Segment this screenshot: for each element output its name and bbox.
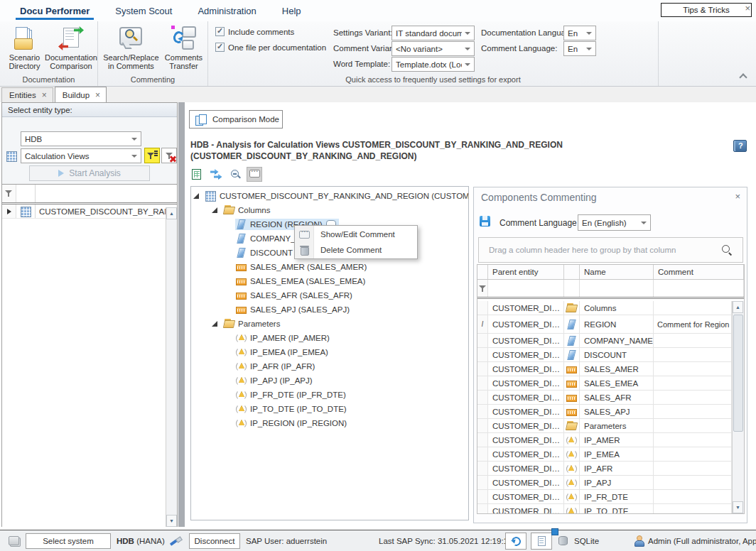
tab-close-icon[interactable]: × [42, 92, 47, 99]
comment-language-combo[interactable]: En (English) [578, 214, 651, 231]
scroll-down-icon[interactable]: ▼ [733, 501, 743, 513]
transfer-comments-button[interactable] [208, 167, 224, 182]
tips-tricks-button[interactable]: Tips & Tricks [661, 3, 752, 17]
settings-variant-combo[interactable]: IT standard document... [392, 26, 475, 40]
document-tab[interactable]: Entities × [1, 87, 53, 102]
comment-grid-row[interactable]: I CUSTOMER_DISCOUNT_BY_RANKING_AND_REGIO… [477, 315, 732, 334]
menu-tab[interactable]: System Scout [102, 0, 185, 21]
comment-grid-row[interactable]: CUSTOMER_DISCOUNT_BY_RANKING_AND_REGION … [477, 419, 732, 433]
comment-grid-row[interactable]: CUSTOMER_DISCOUNT_BY_RANKING_AND_REGION … [477, 447, 732, 462]
comment-grid-row[interactable]: CUSTOMER_DISCOUNT_BY_RANKING_AND_REGION … [477, 433, 732, 447]
document-tab[interactable]: Buildup × [55, 87, 107, 102]
tree-item[interactable]: SALES_APJ (SALES_APJ) [191, 302, 468, 317]
scroll-up-icon[interactable]: ▲ [166, 207, 177, 219]
tab-close-icon[interactable]: × [95, 92, 100, 99]
comment-cell[interactable] [654, 334, 732, 347]
filter-cell[interactable] [564, 280, 580, 297]
close-panel-icon[interactable]: × [735, 191, 740, 202]
close-document-area-icon[interactable]: × [745, 3, 750, 13]
scrollbar-thumb[interactable] [733, 315, 743, 432]
checkbox-checked-icon[interactable] [215, 43, 225, 52]
comment-grid-row[interactable]: CUSTOMER_DISCOUNT_BY_RANKING_AND_REGION … [477, 504, 732, 513]
comment-cell[interactable] [654, 447, 732, 461]
filter-cell[interactable] [580, 280, 654, 297]
comment-cell[interactable] [654, 405, 732, 418]
comment-grid-row[interactable]: CUSTOMER_DISCOUNT_BY_RANKING_AND_REGION … [477, 476, 732, 490]
context-menu-item[interactable]: Delete Comment [295, 242, 417, 258]
log-document-button[interactable] [531, 533, 552, 550]
comment-cell[interactable] [654, 376, 732, 390]
disconnect-button[interactable]: Disconnect [189, 533, 240, 549]
comment-cell[interactable] [654, 476, 732, 489]
comment-grid-row[interactable]: CUSTOMER_DISCOUNT_BY_RANKING_AND_REGION … [477, 348, 732, 362]
tree-item[interactable]: IP_AMER (IP_AMER) [191, 331, 468, 345]
comment-grid-row[interactable]: CUSTOMER_DISCOUNT_BY_RANKING_AND_REGION … [477, 490, 732, 504]
tree-item[interactable]: CUSTOMER_DISCOUNT_BY_RANKING_AND_REGION … [191, 189, 468, 203]
comment-cell[interactable] [654, 433, 732, 447]
comment-grid-row[interactable]: CUSTOMER_DISCOUNT_BY_RANKING_AND_REGION … [477, 301, 732, 315]
menu-tab[interactable]: Help [269, 0, 314, 21]
entity-type-combo[interactable]: Calculation Views [21, 148, 141, 163]
help-book-icon[interactable] [733, 140, 747, 152]
filter-cell[interactable] [16, 185, 36, 202]
tree-expander-icon[interactable] [193, 193, 199, 199]
grid-filter-row[interactable] [2, 185, 177, 204]
header-icon-col[interactable] [564, 265, 580, 279]
tree-item[interactable]: SALES_AFR (SALES_AFR) [191, 288, 468, 302]
tree-expander-icon[interactable] [212, 321, 217, 327]
menu-tab[interactable]: Docu Performer [7, 0, 102, 21]
scrollbar-vertical[interactable]: ▲ ▼ [166, 207, 177, 527]
search-replace-comments-button[interactable]: Search/Replace in Comments [101, 24, 161, 70]
scroll-up-icon[interactable]: ▲ [733, 301, 743, 313]
comments-view-button[interactable] [247, 167, 262, 182]
comment-grid-row[interactable]: CUSTOMER_DISCOUNT_BY_RANKING_AND_REGION … [477, 362, 732, 376]
tree-item[interactable]: Columns [191, 203, 468, 217]
checkbox-checked-icon[interactable] [215, 27, 225, 36]
tree-item[interactable]: IP_REGION (IP_REGION) [191, 416, 468, 430]
save-icon[interactable] [480, 216, 490, 227]
filter-clear-button[interactable] [161, 148, 177, 163]
tree-expander-icon[interactable] [212, 207, 217, 213]
header-name[interactable]: Name [580, 265, 654, 279]
comment-grid-row[interactable]: CUSTOMER_DISCOUNT_BY_RANKING_AND_REGION … [477, 376, 732, 391]
tree-item[interactable]: IP_AFR (IP_AFR) [191, 359, 468, 373]
comment-cell[interactable] [654, 362, 732, 376]
tree-item[interactable]: IP_EMEA (IP_EMEA) [191, 345, 468, 359]
comparison-mode-button[interactable]: Comparison Mode [189, 110, 283, 129]
comment-cell[interactable] [654, 301, 732, 315]
comment-grid-row[interactable]: CUSTOMER_DISCOUNT_BY_RANKING_AND_REGION … [477, 462, 732, 476]
tree-item[interactable]: IP_FR_DTE (IP_FR_DTE) [191, 388, 468, 402]
comment-grid-row[interactable]: CUSTOMER_DISCOUNT_BY_RANKING_AND_REGION … [477, 391, 732, 405]
word-template-combo[interactable]: Template.dotx (Local) [392, 57, 475, 72]
tree-item[interactable]: IP_TO_DTE (IP_TO_DTE) [191, 402, 468, 416]
comment-variant-combo[interactable]: <No variant> [392, 41, 475, 56]
collapse-ribbon-icon[interactable] [739, 73, 747, 81]
comment-cell[interactable] [654, 504, 732, 513]
menu-tab[interactable]: Administration [185, 0, 269, 21]
documentation-language-combo[interactable]: En [563, 26, 596, 40]
zoom-out-button[interactable] [227, 167, 243, 182]
filter-cell[interactable] [488, 280, 564, 297]
scroll-down-icon[interactable]: ▼ [166, 515, 177, 527]
refresh-button[interactable] [505, 533, 526, 550]
group-by-box[interactable]: Drag a column header here to group by th… [478, 237, 743, 263]
tree-item[interactable]: SALES_AMER (SALES_AMER) [191, 260, 468, 274]
filter-edit-button[interactable] [144, 148, 160, 163]
select-system-button[interactable]: Select system [26, 533, 111, 549]
tree-item[interactable]: Parameters [191, 317, 468, 331]
grid-filter-row[interactable] [477, 280, 744, 299]
comment-cell[interactable] [654, 348, 732, 361]
entity-row[interactable]: CUSTOMER_DISCOUNT_BY_RANKING_AND_REGION … [2, 204, 177, 219]
one-file-per-doc-checkbox[interactable]: One file per documentation [215, 43, 326, 52]
comment-language-combo[interactable]: En [563, 41, 596, 56]
start-analysis-button[interactable]: Start Analysis [29, 165, 150, 181]
documentation-comparison-button[interactable]: Documentation Comparison [46, 24, 96, 70]
system-combo[interactable]: HDB [21, 131, 141, 146]
comment-grid-row[interactable]: CUSTOMER_DISCOUNT_BY_RANKING_AND_REGION … [477, 405, 732, 419]
search-icon[interactable] [722, 245, 733, 256]
export-excel-button[interactable] [189, 167, 205, 182]
scenario-directory-button[interactable]: Scenario Directory [3, 24, 46, 70]
filter-cell[interactable] [654, 280, 744, 297]
comment-cell[interactable]: Comment for Region [654, 315, 732, 333]
comment-cell[interactable] [654, 391, 732, 404]
